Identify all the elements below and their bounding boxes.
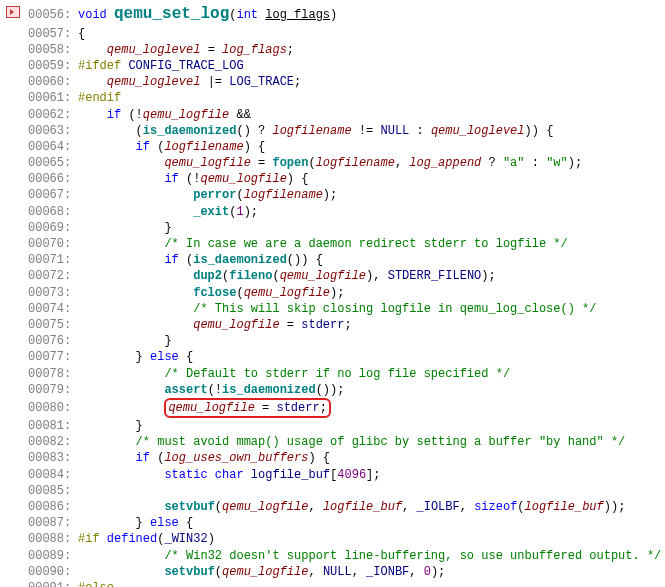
token-kw: static [164,468,207,482]
line-number: 00067: [28,187,78,203]
token-op: ; [294,75,301,89]
token-op: = [251,156,273,170]
line-number: 00061: [28,90,78,106]
token-op: ( [517,500,524,514]
code-line: 00070: /* In case we are a daemon redire… [0,236,665,252]
token-op: { [179,516,193,530]
line-number: 00090: [28,564,78,580]
token-fn: setvbuf [164,565,214,579]
line-number: 00082: [28,434,78,450]
token-op: ; [344,318,351,332]
token-id: _IONBF [366,565,409,579]
token-var: qemu_loglevel [107,75,201,89]
line-number: 00076: [28,333,78,349]
code-line: 00069: } [0,220,665,236]
code-line: 00065: qemu_logfile = fopen(logfilename,… [0,155,665,171]
line-number: 00074: [28,301,78,317]
code-line: 00073: fclose(qemu_logfile); [0,285,665,301]
line-number: 00058: [28,42,78,58]
code-line: 00072: dup2(fileno(qemu_logfile), STDERR… [0,268,665,284]
line-number: 00079: [28,382,78,398]
line-number: 00073: [28,285,78,301]
token-op: ( [78,124,143,138]
line-number: 00056: [28,7,78,23]
token-num: 4096 [337,468,366,482]
token-op [78,269,193,283]
line-number: 00078: [28,366,78,382]
token-op [78,383,164,397]
token-cm: /* Default to stderr if no log file spec… [164,367,510,381]
token-kw: else [150,350,179,364]
token-op: ( [272,269,279,283]
token-op: (! [121,108,143,122]
token-var: logfilename [244,188,323,202]
token-op: ()) { [287,253,323,267]
line-number: 00083: [28,450,78,466]
token-cm: /* In case we are a daemon redirect stde… [164,237,567,251]
code-line: 00088: #if defined(_WIN32) [0,531,665,547]
token-op [78,75,107,89]
token-op: |= [200,75,229,89]
token-var: logfilename [316,156,395,170]
token-op: , [402,500,416,514]
token-op: ; [320,401,327,415]
token-kw: else [150,516,179,530]
token-op: ( [179,253,193,267]
code-line: 00089: /* Win32 doesn't support line-buf… [0,548,665,564]
token-var: qemu_logfile [280,269,366,283]
code-line: 00074: /* This will skip closing logfile… [0,301,665,317]
token-fn: fopen [272,156,308,170]
token-op [78,205,193,219]
token-fnbig: qemu_set_log [114,5,229,23]
code-line: 00063: (is_daemonized() ? logfilename !=… [0,123,665,139]
token-op [78,172,164,186]
token-op [78,468,164,482]
token-var: logfile_buf [525,500,604,514]
code-line: 00060: qemu_loglevel |= LOG_TRACE; [0,74,665,90]
token-kw: void [78,8,114,22]
token-op: , [308,565,322,579]
token-op [78,549,164,563]
line-number: 00075: [28,317,78,333]
token-op [78,253,164,267]
token-kw: int [236,8,265,22]
token-op: = [280,318,302,332]
token-str: "a" [503,156,525,170]
token-cm: /* This will skip closing logfile in qem… [193,302,596,316]
line-number: 00063: [28,123,78,139]
token-fn: is_daemonized [222,383,316,397]
token-op: } [78,350,150,364]
token-op: && [229,108,251,122]
token-fn: is_daemonized [143,124,237,138]
token-pp: #if [78,532,107,546]
token-id: NULL [323,565,352,579]
code-line: 00091: #else [0,580,665,587]
token-op: ( [215,500,222,514]
token-kw: if [136,451,150,465]
token-op: ? [481,156,503,170]
code-line: 00057: { [0,26,665,42]
token-var: qemu_logfile [244,286,330,300]
token-op: ); [481,269,495,283]
token-id: stderr [276,401,319,415]
code-line: 00087: } else { [0,515,665,531]
line-number: 00064: [28,139,78,155]
token-cm: /* must avoid mmap() usage of glibc by s… [136,435,626,449]
token-op [78,156,164,170]
code-line: 00086: setvbuf(qemu_logfile, logfile_buf… [0,499,665,515]
token-op: : [409,124,431,138]
token-fn: dup2 [193,269,222,283]
token-op [78,435,136,449]
token-pp: #else [78,581,114,587]
token-op [244,468,251,482]
token-kw: if [164,253,178,267]
token-op [78,188,193,202]
token-var: qemu_logfile [143,108,229,122]
code-line: 00077: } else { [0,349,665,365]
line-number: 00062: [28,107,78,123]
token-op: ( [150,140,164,154]
token-op: ( [308,156,315,170]
token-op: { [78,27,85,41]
token-op: ); [244,205,258,219]
token-var: log_append [409,156,481,170]
